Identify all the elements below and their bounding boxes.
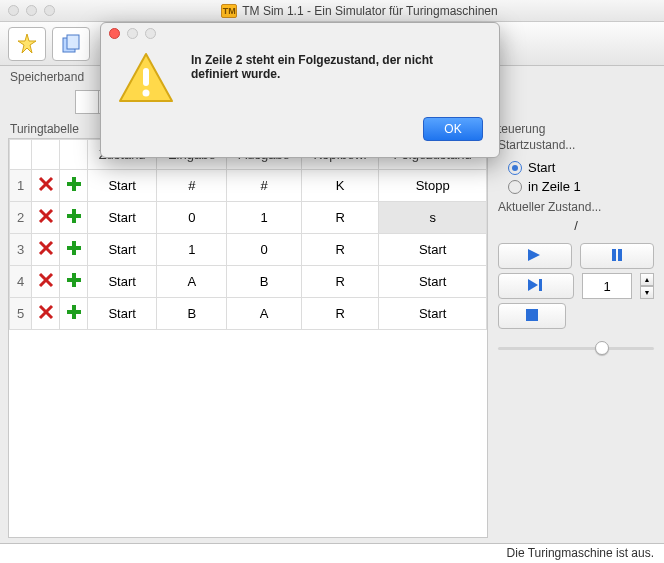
play-button[interactable]: [498, 243, 572, 269]
cell-zustand[interactable]: Start: [88, 298, 157, 330]
cell-folgezustand[interactable]: Stopp: [379, 170, 487, 202]
cell-eingabe[interactable]: 1: [157, 234, 227, 266]
cell-zustand[interactable]: Start: [88, 234, 157, 266]
speed-slider[interactable]: [498, 339, 654, 357]
svg-rect-22: [67, 310, 81, 314]
cell-folgezustand[interactable]: Start: [379, 266, 487, 298]
add-row-button[interactable]: [60, 234, 88, 266]
add-row-button[interactable]: [60, 170, 88, 202]
row-number: 2: [10, 202, 32, 234]
add-row-button[interactable]: [60, 202, 88, 234]
table-row[interactable]: 4StartABRStart: [10, 266, 487, 298]
svg-rect-28: [526, 309, 538, 321]
warning-icon: [117, 51, 175, 105]
ok-button[interactable]: OK: [423, 117, 483, 141]
slider-thumb[interactable]: [595, 341, 609, 355]
delete-icon: [38, 208, 54, 224]
cell-ausgabe[interactable]: 0: [227, 234, 302, 266]
delete-row-button[interactable]: [32, 170, 60, 202]
step-button[interactable]: [498, 273, 574, 299]
table-row[interactable]: 5StartBARStart: [10, 298, 487, 330]
cell-zustand[interactable]: Start: [88, 170, 157, 202]
cell-ausgabe[interactable]: #: [227, 170, 302, 202]
svg-rect-6: [67, 182, 81, 186]
alert-dialog: In Zeile 2 steht ein Folgezustand, der n…: [100, 22, 500, 158]
radio-label: in Zeile 1: [528, 179, 581, 194]
step-stepper[interactable]: ▲▼: [640, 273, 654, 299]
delete-icon: [38, 304, 54, 320]
cell-kopfbew[interactable]: R: [301, 234, 378, 266]
add-row-button[interactable]: [60, 266, 88, 298]
add-icon: [66, 208, 82, 224]
add-icon: [66, 176, 82, 192]
table-row[interactable]: 2Start01Rs: [10, 202, 487, 234]
radio-icon: [508, 180, 522, 194]
cell-zustand[interactable]: Start: [88, 266, 157, 298]
cell-ausgabe[interactable]: 1: [227, 202, 302, 234]
startzustand-label: Startzustand...: [498, 138, 656, 152]
svg-rect-30: [143, 68, 149, 86]
stop-icon: [526, 309, 538, 324]
steuerung-panel: Startzustand... Start in Zeile 1 Aktuell…: [496, 138, 656, 538]
window-title: TM TM Sim 1.1 - Ein Simulator für Turing…: [63, 4, 656, 18]
documents-button[interactable]: [52, 27, 90, 61]
pause-button[interactable]: [580, 243, 654, 269]
cell-folgezustand[interactable]: s: [379, 202, 487, 234]
delete-row-button[interactable]: [32, 298, 60, 330]
minimize-icon[interactable]: [26, 5, 37, 16]
turing-table: Zustand Eingabe Ausgabe Kopfbew. Folgezu…: [8, 138, 488, 538]
delete-row-button[interactable]: [32, 266, 60, 298]
documents-icon: [60, 33, 82, 55]
delete-row-button[interactable]: [32, 202, 60, 234]
cell-kopfbew[interactable]: K: [301, 170, 378, 202]
svg-marker-0: [18, 34, 36, 53]
radio-start[interactable]: Start: [500, 158, 652, 177]
cell-kopfbew[interactable]: R: [301, 298, 378, 330]
table-row[interactable]: 3Start10RStart: [10, 234, 487, 266]
step-count-input[interactable]: [582, 273, 632, 299]
svg-point-31: [143, 90, 150, 97]
current-state: /: [496, 216, 656, 239]
sparkle-icon: [16, 33, 38, 55]
cell-folgezustand[interactable]: Start: [379, 298, 487, 330]
add-row-button[interactable]: [60, 298, 88, 330]
tape-cell[interactable]: [75, 90, 99, 114]
row-number: 1: [10, 170, 32, 202]
add-icon: [66, 304, 82, 320]
cell-eingabe[interactable]: A: [157, 266, 227, 298]
cell-eingabe[interactable]: B: [157, 298, 227, 330]
cell-kopfbew[interactable]: R: [301, 202, 378, 234]
svg-marker-26: [528, 279, 538, 291]
cell-ausgabe[interactable]: A: [227, 298, 302, 330]
delete-icon: [38, 240, 54, 256]
svg-rect-10: [67, 214, 81, 218]
slider-track: [498, 347, 654, 350]
aktueller-zustand-label: Aktueller Zustand...: [498, 200, 656, 214]
delete-icon: [38, 272, 54, 288]
pause-icon: [611, 249, 623, 264]
cell-eingabe[interactable]: 0: [157, 202, 227, 234]
svg-rect-14: [67, 246, 81, 250]
add-icon: [66, 240, 82, 256]
cell-ausgabe[interactable]: B: [227, 266, 302, 298]
cell-zustand[interactable]: Start: [88, 202, 157, 234]
delete-icon: [38, 176, 54, 192]
svg-rect-27: [539, 279, 542, 291]
row-number: 4: [10, 266, 32, 298]
radio-zeile[interactable]: in Zeile 1: [500, 177, 652, 196]
dialog-minimize-icon: [127, 28, 138, 39]
row-number: 3: [10, 234, 32, 266]
close-icon[interactable]: [8, 5, 19, 16]
maximize-icon[interactable]: [44, 5, 55, 16]
dialog-close-icon[interactable]: [109, 28, 120, 39]
svg-rect-24: [612, 249, 616, 261]
cell-eingabe[interactable]: #: [157, 170, 227, 202]
table-row[interactable]: 1Start##KStopp: [10, 170, 487, 202]
traffic-lights[interactable]: [8, 5, 55, 16]
cell-kopfbew[interactable]: R: [301, 266, 378, 298]
delete-row-button[interactable]: [32, 234, 60, 266]
step-icon: [528, 279, 544, 294]
cell-folgezustand[interactable]: Start: [379, 234, 487, 266]
new-button[interactable]: [8, 27, 46, 61]
stop-button[interactable]: [498, 303, 566, 329]
